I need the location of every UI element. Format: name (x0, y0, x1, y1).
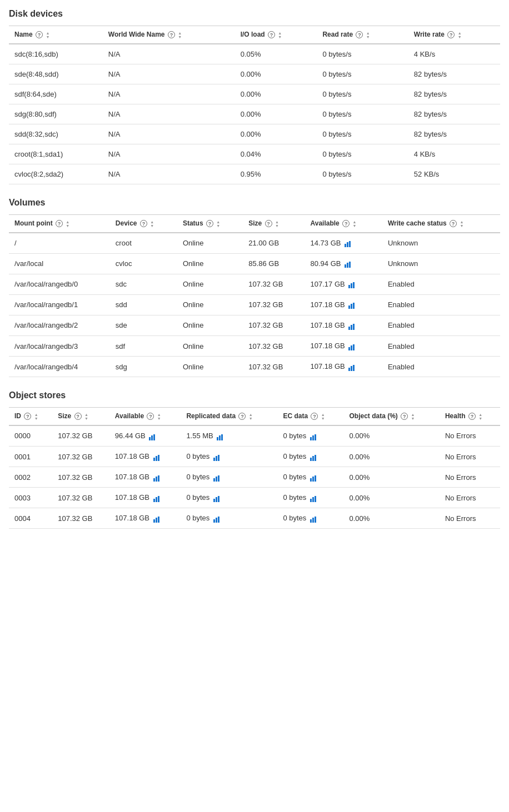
status-sort-icon[interactable] (216, 220, 220, 228)
table-row: 0001 107.32 GB 107.18 GB 0 bytes 0 bytes (9, 446, 500, 467)
svg-rect-16 (351, 345, 352, 350)
table-row: /var/local cvloc Online 85.86 GB 80.94 G… (9, 253, 500, 274)
status-help-icon[interactable]: ? (206, 220, 213, 227)
obj-ec-sort-icon[interactable] (321, 413, 325, 420)
device-help-icon[interactable]: ? (140, 220, 147, 227)
bar-chart-icon[interactable] (345, 239, 352, 248)
read-help-icon[interactable]: ? (356, 31, 363, 38)
svg-rect-42 (213, 478, 215, 482)
object-stores-section: Object stores ID ? Size ? Available ? (9, 390, 500, 529)
mount-help-icon[interactable]: ? (56, 220, 63, 227)
bar-chart-icon[interactable] (310, 453, 318, 461)
vol-size-cell: 107.32 GB (243, 274, 305, 294)
bar-chart-icon[interactable] (310, 473, 318, 482)
svg-rect-44 (218, 475, 219, 482)
write-cache-sort-icon[interactable] (460, 220, 463, 228)
write-cache-help-icon[interactable]: ? (450, 220, 457, 227)
bar-chart-icon[interactable] (153, 473, 161, 482)
disk-write-cell: 82 bytes/s (408, 124, 500, 144)
svg-rect-59 (158, 517, 159, 523)
obj-ec-help-icon[interactable]: ? (311, 413, 318, 420)
svg-rect-54 (310, 499, 312, 502)
bar-chart-icon[interactable] (345, 260, 352, 268)
obj-avail-sort-icon[interactable] (157, 413, 161, 420)
bar-chart-icon[interactable] (153, 453, 161, 461)
bar-chart-icon[interactable] (310, 514, 318, 523)
vol-avail-sort-icon[interactable] (352, 220, 356, 228)
obj-avail-help-icon[interactable]: ? (147, 413, 154, 420)
obj-id-help-icon[interactable]: ? (24, 413, 31, 420)
bar-chart-icon[interactable] (348, 280, 356, 289)
write-sort-icon[interactable] (458, 31, 462, 39)
obj-id-sort-icon[interactable] (34, 413, 38, 420)
obj-health-sort-icon[interactable] (478, 413, 482, 420)
vol-mount-cell: /var/local/rangedb/2 (9, 315, 110, 335)
svg-rect-17 (353, 344, 355, 350)
svg-rect-33 (213, 458, 215, 461)
vol-device-cell: sdc (110, 274, 177, 294)
table-row: /var/local/rangedb/3 sdf Online 107.32 G… (9, 335, 500, 356)
obj-pct-sort-icon[interactable] (411, 413, 415, 420)
io-help-icon[interactable]: ? (268, 31, 275, 38)
bar-chart-icon[interactable] (310, 432, 318, 440)
disk-wwn-cell: N/A (103, 164, 235, 184)
svg-rect-38 (315, 455, 316, 461)
read-sort-icon[interactable] (366, 31, 370, 39)
obj-rep-cell: 1.55 MB (181, 425, 277, 447)
svg-rect-29 (315, 434, 316, 440)
mount-sort-icon[interactable] (66, 220, 69, 228)
bar-chart-icon[interactable] (153, 494, 161, 502)
svg-rect-28 (312, 435, 314, 440)
vol-status-cell: Online (177, 253, 243, 274)
name-sort-icon[interactable] (46, 31, 49, 39)
vol-avail-help-icon[interactable]: ? (342, 220, 350, 227)
bar-chart-icon[interactable] (213, 494, 221, 502)
obj-pct-help-icon[interactable]: ? (401, 413, 408, 420)
col-wwn: World Wide Name ? (103, 26, 235, 44)
obj-id-cell: 0004 (9, 508, 52, 529)
bar-chart-icon[interactable] (217, 432, 224, 440)
vol-size-help-icon[interactable]: ? (265, 220, 272, 227)
bar-chart-icon[interactable] (213, 514, 221, 523)
obj-rep-help-icon[interactable]: ? (238, 413, 246, 420)
io-sort-icon[interactable] (278, 31, 282, 39)
obj-col-ec: EC data ? (277, 408, 343, 425)
table-row: /var/local/rangedb/1 sdd Online 107.32 G… (9, 294, 500, 315)
obj-rep-sort-icon[interactable] (249, 413, 253, 420)
bar-chart-icon[interactable] (213, 473, 221, 482)
bar-chart-icon[interactable] (348, 301, 356, 309)
vol-write-cache-cell: Enabled (382, 274, 500, 294)
svg-rect-61 (216, 518, 217, 523)
obj-id-cell: 0001 (9, 446, 52, 467)
col-io-load: I/O load ? (235, 26, 317, 44)
bar-chart-icon[interactable] (310, 494, 318, 502)
disk-wwn-cell: N/A (103, 104, 235, 124)
bar-chart-icon[interactable] (153, 514, 161, 523)
object-stores-header-row: ID ? Size ? Available ? Replicated data … (9, 408, 500, 425)
name-help-icon[interactable]: ? (36, 31, 43, 38)
bar-chart-icon[interactable] (213, 453, 221, 461)
col-name: Name ? (9, 26, 103, 44)
bar-chart-icon[interactable] (348, 322, 356, 330)
table-row: 0004 107.32 GB 107.18 GB 0 bytes 0 bytes (9, 508, 500, 529)
wwn-sort-icon[interactable] (178, 31, 182, 39)
object-stores-title: Object stores (9, 390, 500, 400)
bar-chart-icon[interactable] (348, 363, 356, 371)
svg-rect-9 (348, 305, 350, 309)
vol-write-cache-cell: Unknown (382, 233, 500, 254)
device-sort-icon[interactable] (150, 220, 154, 228)
svg-rect-18 (348, 368, 350, 371)
wwn-help-icon[interactable]: ? (168, 31, 175, 38)
obj-col-available: Available ? (109, 408, 181, 425)
bar-chart-icon[interactable] (348, 342, 356, 350)
obj-health-help-icon[interactable]: ? (468, 413, 476, 420)
obj-size-sort-icon[interactable] (84, 413, 88, 420)
bar-chart-icon[interactable] (149, 432, 157, 440)
vol-size-sort-icon[interactable] (275, 220, 279, 228)
obj-health-cell: No Errors (440, 488, 500, 508)
obj-size-help-icon[interactable]: ? (74, 413, 82, 420)
write-help-icon[interactable]: ? (447, 31, 455, 38)
vol-col-device: Device ? (110, 214, 177, 232)
obj-ec-cell: 0 bytes (277, 425, 343, 447)
vol-write-cache-cell: Unknown (382, 253, 500, 274)
